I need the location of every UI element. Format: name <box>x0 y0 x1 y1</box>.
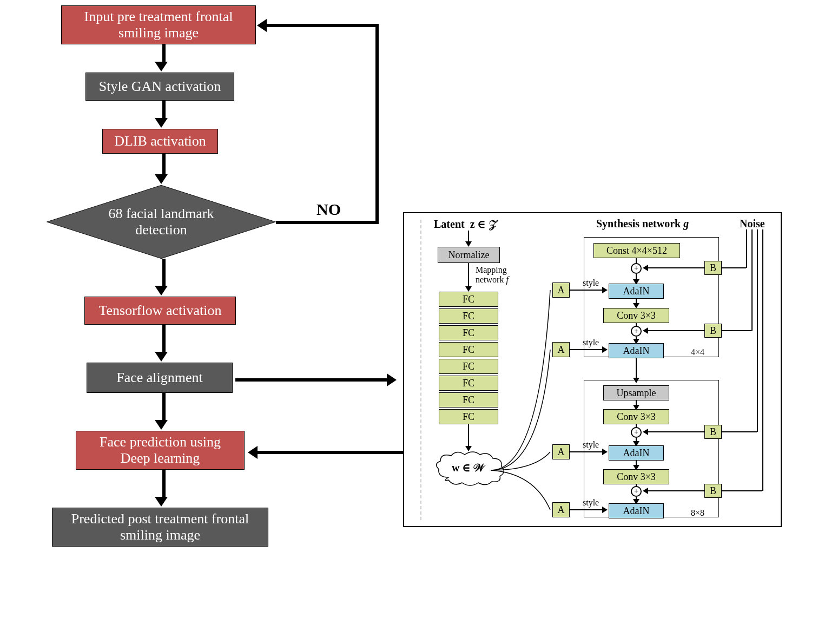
plus-4: + <box>631 486 642 497</box>
latent-label: Latent z ∈ 𝒵 <box>434 218 496 231</box>
size-4x4-label: 4×4 <box>691 347 704 357</box>
norm-fc-arrow <box>468 263 469 287</box>
stylegan-box: Style GAN activation <box>85 73 234 101</box>
style-3: style <box>583 440 599 450</box>
noise-h1 <box>722 267 746 268</box>
a2-line <box>570 349 603 350</box>
b3-head <box>643 429 648 435</box>
const-box: Const 4×4×512 <box>593 243 680 258</box>
arrow-5 <box>160 325 168 362</box>
style-2: style <box>583 338 599 347</box>
b4-head <box>643 488 648 494</box>
b2-line <box>647 330 704 331</box>
noise-h3 <box>722 431 757 432</box>
a3-head <box>602 449 608 455</box>
noise-h2 <box>722 330 751 331</box>
adain-4: AdaIN <box>609 503 664 518</box>
w-label: w ∈ 𝒲 <box>452 461 483 474</box>
latent-arrow <box>468 231 469 242</box>
group-connect <box>636 358 637 379</box>
landmark-text: 68 facial landmark detection <box>109 206 214 238</box>
output-box: Predicted post treatment frontal smiling… <box>52 508 268 547</box>
input-text: Input pre treatment frontal smiling imag… <box>84 9 233 41</box>
noise-v2 <box>751 229 753 331</box>
dlib-text: DLIB activation <box>114 133 206 149</box>
no-label: NO <box>316 200 341 219</box>
plus-3: + <box>631 427 642 438</box>
fc-w-arrow <box>468 424 469 447</box>
w-to-a-curves <box>485 284 561 516</box>
noise-label: Noise <box>740 218 765 230</box>
b-1: B <box>704 261 722 275</box>
arrow-1 <box>160 44 168 71</box>
conv-2: Conv 3×3 <box>603 409 669 424</box>
conv-3: Conv 3×3 <box>603 469 669 484</box>
a2-head <box>602 346 608 353</box>
style-4: style <box>583 498 599 508</box>
stylegan-text: Style GAN activation <box>99 78 221 95</box>
latent-arrow-head <box>465 241 472 247</box>
arrow-to-panel <box>235 373 397 386</box>
mapping-label: Mapping network f <box>476 265 509 284</box>
input-box: Input pre treatment frontal smiling imag… <box>61 5 256 44</box>
b-4: B <box>704 484 722 498</box>
a4-line <box>570 509 603 510</box>
b1-line <box>647 267 704 268</box>
adain-2: AdaIN <box>609 343 664 358</box>
plus-2: + <box>631 326 642 337</box>
norm-fc-arrow-head <box>465 286 472 292</box>
prediction-box: Face prediction using Deep learning <box>76 431 245 470</box>
normalize-box: Normalize <box>438 247 500 263</box>
b1-head <box>643 265 648 271</box>
a1-line <box>570 290 603 291</box>
dashed-divider <box>420 220 421 520</box>
synthesis-label: Synthesis network g <box>596 218 689 230</box>
adain-1: AdaIN <box>609 284 664 299</box>
b-3: B <box>704 425 722 439</box>
adain-3: AdaIN <box>609 445 664 461</box>
b4-line <box>647 490 704 491</box>
b3-line <box>647 431 704 432</box>
a1-head <box>602 287 608 293</box>
output-text: Predicted post treatment frontal smiling… <box>71 511 249 543</box>
arrow-7 <box>160 470 168 507</box>
arrow-3 <box>160 154 168 184</box>
arrow-from-panel <box>248 446 406 459</box>
noise-v3 <box>757 229 758 432</box>
noise-v1 <box>746 229 747 268</box>
b2-head <box>643 327 648 334</box>
prediction-text: Face prediction using Deep learning <box>100 434 221 466</box>
plus-1: + <box>631 263 642 274</box>
tensorflow-box: Tensorflow activation <box>84 297 236 325</box>
arrow-4 <box>160 259 168 295</box>
size-8x8-label: 8×8 <box>691 508 704 518</box>
b-2: B <box>704 324 722 338</box>
arrow-2 <box>160 101 168 128</box>
alignment-box: Face alignment <box>87 363 233 393</box>
dlib-box: DLIB activation <box>102 129 218 154</box>
alignment-text: Face alignment <box>116 370 203 386</box>
noise-h4 <box>722 490 762 491</box>
conv-1: Conv 3×3 <box>603 308 669 323</box>
style-1: style <box>583 278 599 288</box>
landmark-decision: 68 facial landmark detection <box>46 185 276 259</box>
network-panel: Latent z ∈ 𝒵 Synthesis network g Noise N… <box>403 212 782 527</box>
a4-head <box>602 507 608 513</box>
arrow-6 <box>160 393 168 430</box>
upsample-box: Upsample <box>603 385 669 400</box>
a3-line <box>570 451 603 452</box>
tensorflow-text: Tensorflow activation <box>98 303 221 319</box>
noise-v4 <box>762 229 763 491</box>
